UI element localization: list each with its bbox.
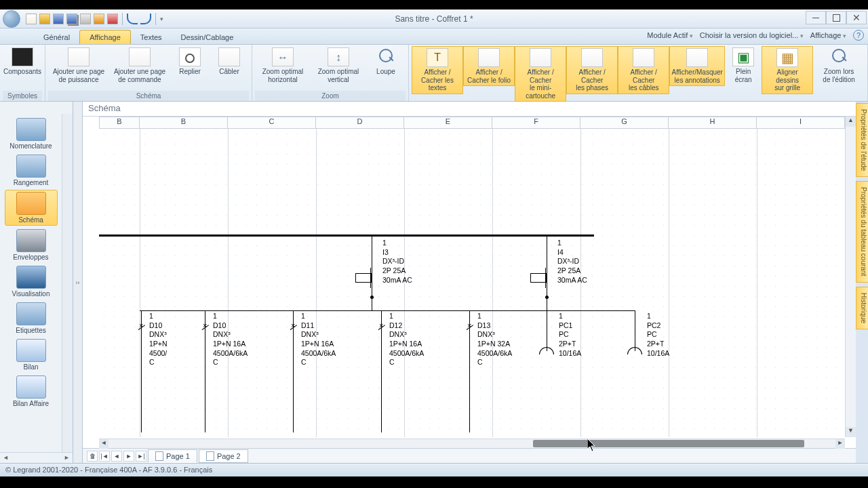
tab-dessin[interactable]: Dessin/Cablage (172, 30, 243, 44)
afficher-folio-button[interactable]: Afficher / Cacher le folio (463, 46, 515, 86)
composants-icon (12, 47, 33, 66)
tab-general[interactable]: Général (34, 30, 79, 44)
schema-view: Schéma B B C D E F G H I (83, 102, 856, 463)
new-icon[interactable] (26, 14, 37, 24)
module-nomenclature[interactable]: Nomenclature (5, 117, 58, 151)
module-visualisation[interactable]: Visualisation (5, 264, 58, 299)
device-d12-label: 1 D12 DNX³ 1P+N 16A 4500A/6kA C (389, 312, 424, 367)
minimize-button[interactable] (806, 11, 826, 24)
close-button[interactable]: ✕ (846, 11, 867, 24)
afficher-mini-cartouche-button[interactable]: Afficher / Cacher le mini-cartouche (515, 46, 566, 102)
tab-affichage[interactable]: Affichage (79, 30, 131, 44)
window-title: Sans titre - Coffret 1 * (395, 14, 473, 24)
cartouche-icon (530, 48, 551, 67)
page-icon (68, 47, 90, 66)
app-menu-button[interactable] (3, 10, 20, 28)
afficher-textes-button[interactable]: Afficher / Cacher les textes (412, 46, 463, 94)
help-icon[interactable]: ? (853, 30, 864, 41)
panel-proprietes-tableau[interactable]: Propriétés du tableau courant (856, 181, 868, 282)
version-dropdown[interactable]: Choisir la version du logiciel... (700, 31, 804, 39)
annotations-icon (686, 48, 708, 67)
expand-panel-button[interactable]: ›› (73, 102, 83, 463)
cables-icon (633, 48, 654, 67)
col-header: E (404, 117, 492, 129)
page-tab-1[interactable]: Page 1 (148, 449, 197, 463)
title-bar: ▾ Sans titre - Coffret 1 * ✕ (0, 9, 868, 28)
export-pdf-icon[interactable] (107, 14, 118, 24)
module-etiquettes[interactable]: Etiquettes (5, 301, 58, 336)
maximize-button[interactable] (826, 11, 846, 24)
module-bilan-affaire[interactable]: Bilan Affaire (5, 374, 58, 409)
afficher-annotations-button[interactable]: Afficher/Masquer les annotations (669, 46, 725, 86)
grid-icon (776, 48, 798, 67)
col-header: B (99, 117, 140, 129)
afficher-phases-button[interactable]: Afficher / Cacher les phases (566, 46, 618, 94)
page-first-button[interactable]: |◄ (99, 451, 110, 462)
affichage-dropdown[interactable]: Affichage (810, 31, 846, 39)
quick-print-icon[interactable] (94, 14, 104, 24)
replier-button[interactable]: Replier (170, 46, 210, 77)
save-icon[interactable] (53, 14, 64, 24)
page-next-button[interactable]: ► (123, 451, 134, 462)
etiquettes-icon (16, 302, 46, 325)
zoom-horizontal-button[interactable]: Zoom optimal horizontal (255, 46, 311, 85)
module-enveloppes[interactable]: Enveloppes (5, 228, 58, 262)
loupe-button[interactable]: Loupe (366, 46, 406, 77)
modules-scrollbar[interactable] (62, 114, 73, 452)
page-delete-button[interactable]: 🗑 (87, 451, 98, 462)
group-schema-label: Schéma (48, 91, 249, 101)
schema-icon (16, 192, 46, 215)
bilan-icon (16, 339, 46, 362)
save-all-icon[interactable] (66, 14, 77, 24)
diff-symbol (355, 268, 373, 287)
open-icon[interactable] (39, 14, 50, 24)
scrollbar-thumb[interactable] (533, 440, 804, 447)
scroll-right-icon[interactable]: ► (61, 453, 73, 463)
cable-icon (218, 47, 240, 66)
zoom-vertical-button[interactable]: Zoom optimal vertical (311, 46, 366, 85)
schema-title: Schéma (83, 102, 856, 117)
page-prev-button[interactable]: ◄ (111, 451, 122, 462)
tab-textes[interactable]: Textes (131, 30, 172, 44)
zoom-icon (375, 47, 397, 66)
panel-proprietes-etude[interactable]: Propriétés de l'étude (856, 103, 868, 177)
redo-icon[interactable] (140, 14, 151, 24)
col-header: C (228, 117, 316, 129)
horizontal-scrollbar[interactable]: ◄► (99, 439, 845, 448)
folio-icon (478, 48, 500, 67)
zoom-edition-button[interactable]: Zoom lors de l'édition (813, 46, 865, 85)
page-tab-2[interactable]: Page 2 (199, 449, 248, 463)
vertical-scrollbar[interactable]: ▲▼ (845, 117, 856, 437)
diff-symbol (530, 268, 548, 287)
device-d13-label: 1 D13 DNX³ 1P+N 32A 4500A/6kA C (477, 312, 512, 367)
qat-customize[interactable]: ▾ (160, 16, 163, 22)
ajouter-page-commande-button[interactable]: Ajouter une page de commande (109, 46, 170, 85)
ribbon: Composants Symboles Ajouter une page de … (0, 45, 868, 102)
page-icon (129, 47, 151, 66)
busbar (99, 235, 594, 237)
device-i3-label: 1 I3 DX³-ID 2P 25A 30mA AC (382, 239, 412, 285)
module-schema[interactable]: Schéma (5, 190, 58, 226)
cabler-button[interactable]: Câbler (210, 46, 249, 77)
ajouter-page-puissance-button[interactable]: Ajouter une page de puissance (48, 46, 109, 85)
page-last-button[interactable]: ►| (136, 451, 146, 462)
module-actif-dropdown[interactable]: Module Actif (647, 31, 692, 39)
schema-canvas[interactable]: B B C D E F G H I (83, 117, 856, 448)
print-icon[interactable] (80, 14, 91, 24)
module-rangement[interactable]: Rangement (5, 153, 58, 188)
device-d10a-label: 1 D10 DNX³ 1P+N 4500/ C (149, 312, 167, 367)
scroll-left-icon[interactable]: ◄ (0, 453, 12, 463)
plein-ecran-button[interactable]: Plein écran (725, 46, 762, 85)
afficher-cables-button[interactable]: Afficher / Cacher les câbles (618, 46, 669, 94)
col-header: G (580, 117, 669, 129)
aligner-grille-button[interactable]: Aligner dessins sur grille (762, 46, 813, 94)
group-zoom-label: Zoom (255, 91, 406, 101)
undo-icon[interactable] (127, 14, 138, 24)
module-bilan[interactable]: Bilan (5, 338, 58, 372)
nomenclature-icon (16, 118, 46, 141)
panel-historique[interactable]: Historique (856, 287, 868, 329)
zoom-icon (828, 47, 850, 66)
device-pc2-label: 1 PC2 PC 2P+T 10/16A (647, 312, 669, 358)
separator (122, 13, 123, 25)
composants-button[interactable]: Composants (3, 46, 42, 77)
